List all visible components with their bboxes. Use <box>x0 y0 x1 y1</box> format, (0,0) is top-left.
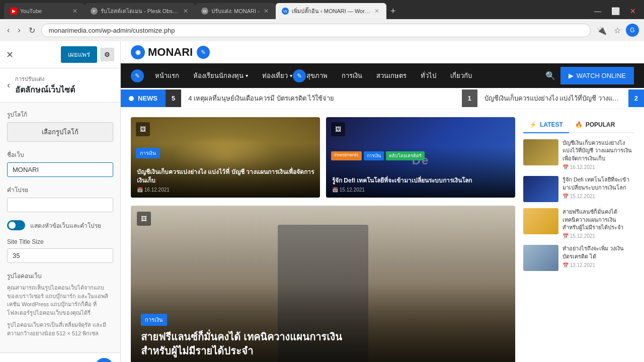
article-overlay-2: Investments การเงิน คลิปโดยเครดิตรี รู้จ… <box>326 146 515 198</box>
select-logo-button[interactable]: เลือกรูปโลโก้ <box>7 122 113 142</box>
favicon-description: คุณสามารถเห็นรูปไอคอนเว็บได้จากแถบของเบร… <box>7 284 113 317</box>
ticker-text: 4 เหตุผลที่มนุษย์เงินเดือนควรมี บัตรเครด… <box>181 88 461 109</box>
article-labels-2: Investments การเงิน คลิปโดยเครดิตรี <box>331 151 425 160</box>
nav-item-general[interactable]: ทั่วไป <box>414 63 443 88</box>
nav-health-label: สุขภาพ <box>306 70 328 81</box>
article-card-money[interactable]: 🖼 การเงิน บัญชีเงินเก็บควรแบ่งย่างไง แบ่… <box>131 117 320 198</box>
bookmark-button[interactable]: ☆ <box>612 24 623 37</box>
sidebar-tab-popular[interactable]: 🔥 POPULAR <box>569 117 621 132</box>
travel-chevron: ▾ <box>290 73 292 78</box>
popular-icon: 🔥 <box>575 121 583 128</box>
show-title-toggle-row: แสดงหัวข้อเว็บและคำโปรย <box>7 220 113 230</box>
sidebar-date-2: 📅 15.12.2021 <box>562 194 634 199</box>
tab-customize[interactable]: M ปรับแต่ง: MONARI - ✕ <box>195 3 276 19</box>
article-cat-finance: การเงิน <box>364 151 384 160</box>
tagline-field-group: คำโปรย <box>7 185 113 212</box>
nav-garden-label: สวนเกษตร <box>376 70 407 81</box>
sidebar-thumb-4 <box>523 245 558 271</box>
sidebar-article-3[interactable]: สายฟรีแลนซ์ก็มั่นคงได้ เทคนิควางแผนการเง… <box>523 208 634 239</box>
nav-about-label: เกี่ยวกับ <box>450 70 472 81</box>
tab-youtube-title: YouTube <box>20 8 68 14</box>
sidebar-article-1[interactable]: บัญชีเงินเก็บควรแบ่งย่างไง แบ่งไว้ที่บัญ… <box>523 139 634 170</box>
news-ticker: NEWS 5 4 เหตุผลที่มนุษย์เงินเดือนควรมี บ… <box>121 88 644 109</box>
tab-customize-close[interactable]: ✕ <box>263 7 270 16</box>
featured-img-icon: 🖼 <box>137 212 151 226</box>
sidebar-tab-latest[interactable]: ⚡ LATEST <box>523 117 569 133</box>
customizer-panel: ✕ เผยแพร่ ⚙ ‹ การปรับแต่ง อัตลักษณ์เว็บไ… <box>0 41 121 362</box>
customizer-close-button[interactable]: ✕ <box>6 49 14 60</box>
sidebar-tabs: ⚡ LATEST 🔥 POPULAR <box>523 117 634 133</box>
toggle-label-text: แสดงหัวข้อเว็บและคำโปรย <box>30 221 101 230</box>
nav-item-garden[interactable]: สวนเกษตร <box>369 63 414 88</box>
site-name-input[interactable] <box>7 162 113 177</box>
article-card-defi[interactable]: 🖼 De Investments การเงิน คลิป <box>326 117 515 198</box>
tab-plesk[interactable]: P รับโฮสต์เดโดเมน - Plesk Obsidian ✕ <box>85 3 195 19</box>
logo-label: รูปโลโก้ <box>7 110 113 119</box>
ticker-text2: บัญชีเงินเก็บควรแบ่งย่างไง แบ่งไว้ที่บัญ… <box>477 88 628 109</box>
customizer-back-button[interactable]: ‹ <box>7 80 10 90</box>
nav-item-finance[interactable]: การเงิน <box>335 63 369 88</box>
ticker-number2: 1 <box>462 89 477 107</box>
logo-edit-button[interactable]: ✎ <box>197 46 210 59</box>
tab-plugins-close[interactable]: ✕ <box>373 7 380 16</box>
tab-youtube[interactable]: ▶ YouTube ✕ <box>4 3 85 19</box>
tab-plugins-title: เพิ่มปลั๊กอิน ‹ MONARI — WordPr... <box>292 7 370 16</box>
article-cat-credit: คลิปโดยเครดิตรี <box>386 151 425 160</box>
site-logo-text: MONARI <box>148 46 193 59</box>
sidebar-article-2[interactable]: รู้จัก Defi เทคโนโลยีที่จะเข้ามาเปลี่ยนร… <box>523 176 634 202</box>
site-title-size-input[interactable] <box>7 248 113 263</box>
nav-item-home[interactable]: หน้าแรก <box>148 63 186 88</box>
window-close-button[interactable]: ✕ <box>626 5 640 17</box>
custom-panel-logo: M <box>95 358 113 362</box>
youtube-favicon: ▶ <box>10 8 17 15</box>
tab-youtube-close[interactable]: ✕ <box>71 7 78 16</box>
ticker-number: 5 <box>166 89 181 107</box>
sidebar-info-2: รู้จัก Defi เทคโนโลยีที่จะเข้ามาเปลี่ยนร… <box>562 176 634 202</box>
right-sidebar: ⚡ LATEST 🔥 POPULAR บัญชีเงินเก็บควรแบ่งย… <box>523 117 634 362</box>
article-content-1: บัญชีเงินเก็บควรแบ่งย่างไง แบ่งไว้ที่ บั… <box>137 168 314 193</box>
nav-general-label: ทั่วไป <box>421 70 436 81</box>
nav-item-investors[interactable]: ห้องเรียนนักลงทุน ▾ <box>186 63 255 88</box>
tab-bar: ▶ YouTube ✕ P รับโฮสต์เดโดเมน - Plesk Ob… <box>0 0 644 19</box>
article-title-1: บัญชีเงินเก็บควรแบ่งย่างไง แบ่งไว้ที่ บั… <box>137 168 314 185</box>
site-preview-inner: ◉ MONARI ✎ ✎ หน้าแรก ห้อ <box>121 41 644 362</box>
refresh-button[interactable]: ↻ <box>27 24 37 37</box>
sidebar-thumb-1 <box>523 139 558 165</box>
extensions-button[interactable]: 🔌 <box>595 24 609 37</box>
nav-watch-button[interactable]: ▶ WATCH ONLINE <box>560 67 634 84</box>
nav-search-button[interactable]: 🔍 <box>540 66 560 85</box>
featured-article[interactable]: 🖼 การเงิน สายฟรีแลนซ์ก็มั่นคงได้ เทคนิคว… <box>131 206 515 362</box>
back-nav-button[interactable]: ‹ <box>5 24 12 37</box>
tagline-input[interactable] <box>7 198 113 212</box>
customizer-header: ‹ การปรับแต่ง อัตลักษณ์เว็บไซต์ <box>0 68 120 103</box>
tab-plesk-close[interactable]: ✕ <box>182 7 189 16</box>
favicon-label: รูปไอคอนเว็บ <box>7 271 113 281</box>
article-title-2: รู้จัก Defi เทคโนโลยีที่จะเข้ามาเปลี่ยนร… <box>332 176 509 185</box>
maximize-button[interactable]: ⬜ <box>607 5 624 17</box>
article-icon-overlay-1: 🖼 <box>136 122 150 136</box>
new-tab-button[interactable]: + <box>386 4 400 19</box>
article-date-1: 📅 16.12.2021 <box>137 187 314 193</box>
nav-item-about[interactable]: เกี่ยวกับ <box>443 63 479 88</box>
forward-nav-button[interactable]: › <box>16 24 22 37</box>
img-icon-1: 🖼 <box>136 122 150 136</box>
profile-button[interactable]: G <box>626 24 639 37</box>
publish-button[interactable]: เผยแพร่ <box>61 46 97 63</box>
tab-plesk-title: รับโฮสต์เดโดเมน - Plesk Obsidian <box>101 7 179 16</box>
minimize-button[interactable]: — <box>590 5 605 17</box>
tab-plugins[interactable]: W เพิ่มปลั๊กอิน ‹ MONARI — WordPr... ✕ <box>276 3 386 19</box>
sidebar-title-3: สายฟรีแลนซ์ก็มั่นคงได้ เทคนิควางแผนการเง… <box>562 208 634 231</box>
sidebar-article-4[interactable]: ทำอย่างไรถึงจะเพิ่ม วงเงิน บัตรเครดิต ได… <box>523 245 634 271</box>
nav-travel-label: ท่องเที่ยว <box>262 70 288 81</box>
site-name-field-group: ชื่อเว็บ <box>7 150 113 177</box>
sidebar-info-4: ทำอย่างไรถึงจะเพิ่ม วงเงิน บัตรเครดิต ได… <box>562 245 634 271</box>
sidebar-info-1: บัญชีเงินเก็บควรแบ่งย่างไง แบ่งไว้ที่บัญ… <box>562 139 634 170</box>
nav-travel-edit-button[interactable]: ✎ <box>293 69 306 82</box>
nav-edit-button[interactable]: ✎ <box>131 69 144 82</box>
gear-button[interactable]: ⚙ <box>100 48 114 61</box>
url-input[interactable] <box>41 24 591 37</box>
article-category-1: การเงิน <box>136 148 160 158</box>
show-title-toggle[interactable] <box>7 220 25 230</box>
site-title-size-group: Site Title Size <box>7 238 113 263</box>
article-cat-investments: Investments <box>331 151 362 160</box>
